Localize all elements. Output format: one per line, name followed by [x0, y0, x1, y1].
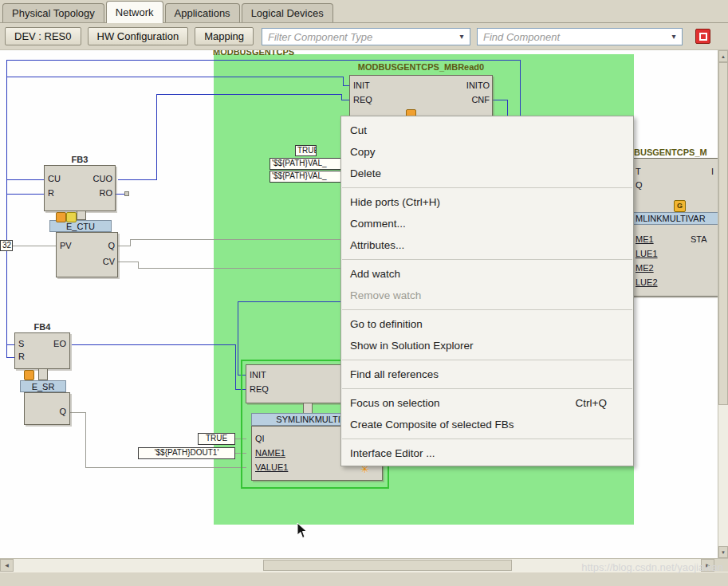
menu-item-label: Focus on selection [350, 397, 440, 409]
network-editor-canvas[interactable]: MODBUSGENTCPS MODBUSGENTCPS_MBRead0 INIT… [0, 50, 718, 558]
port-q: Q [80, 241, 115, 251]
port-r: R [48, 188, 54, 199]
port-name1: NAME1 [255, 448, 285, 458]
menu-item-focus-on-selection[interactable]: Focus on selection Ctrl+Q [341, 392, 633, 414]
port-init-clipped: T [636, 167, 641, 177]
attribute-icon [56, 212, 66, 222]
port-ro: RO [80, 188, 112, 199]
port-init: INIT [353, 81, 370, 91]
chevron-down-icon[interactable]: ▾ [668, 31, 679, 42]
value-label-path-val-2[interactable]: '$${PATH}VAL_ [270, 171, 350, 183]
hw-configuration-button[interactable]: HW Configuration [88, 27, 189, 45]
mouse-cursor [297, 522, 309, 539]
menu-item-copy[interactable]: Copy [341, 141, 633, 163]
menu-item-remove-watch: Remove watch [341, 285, 633, 306]
filter-component-input[interactable] [266, 29, 461, 45]
menu-separator [342, 309, 632, 310]
port-cnf: CNF [447, 95, 490, 105]
value-label-true-small[interactable]: TRUE [295, 145, 317, 156]
tab-physical-topology[interactable]: Physical Topology [2, 3, 104, 22]
menu-item-hide-ports[interactable]: Hide ports (Ctrl+H) [341, 191, 633, 213]
port-value2-clipped: LUE2 [636, 277, 658, 288]
menu-item-delete[interactable]: Delete [341, 163, 633, 184]
context-menu: Cut Copy Delete Hide ports (Ctrl+H) Comm… [340, 116, 634, 466]
fb3-name: FB3 [44, 155, 116, 164]
menu-item-create-composite[interactable]: Create Composite of selected FBs [341, 414, 633, 435]
menu-item-find-all-references[interactable]: Find all references [341, 364, 633, 385]
scroll-up-button[interactable]: ▲ [718, 50, 728, 62]
stop-icon [699, 33, 707, 41]
port-init: INIT [250, 370, 266, 380]
watermark-text: https://blog.csdn.net/yaojiawan [581, 561, 723, 573]
value-label-path-val-1[interactable]: '$${PATH}VAL_ [270, 158, 350, 170]
menu-item-show-in-solution-explorer[interactable]: Show in Solution Explorer [341, 335, 633, 356]
tab-bar: Physical Topology Network Applications L… [0, 0, 728, 23]
menu-item-add-watch[interactable]: Add watch [341, 263, 633, 285]
port-cv: CV [80, 257, 115, 267]
online-mode-button[interactable] [695, 29, 710, 44]
menu-item-interface-editor[interactable]: Interface Editor ... [341, 442, 633, 464]
status-bar [0, 572, 728, 586]
rightblock-title: BUSGENTCPS_M [634, 147, 718, 157]
menu-separator [342, 259, 632, 260]
chevron-down-icon[interactable]: ▾ [456, 31, 467, 42]
vertical-scrollbar: ▲ ▼ [718, 50, 728, 558]
port-r: R [18, 352, 25, 362]
key-icon [66, 212, 77, 222]
attribute-icon [24, 370, 34, 380]
mbread0-title: MODBUSGENTCPS_MBRead0 [349, 62, 493, 72]
port-name1-clipped: ME1 [636, 234, 654, 245]
find-component-combo: ▾ [477, 28, 683, 45]
port-req: REQ [250, 384, 269, 395]
fb4-name: FB4 [14, 322, 70, 332]
port-status-clipped: STA [691, 234, 707, 245]
tab-applications[interactable]: Applications [165, 3, 240, 22]
composite-g-icon: G [674, 200, 686, 212]
port-cuo: CUO [80, 174, 112, 184]
value-label-true[interactable]: TRUE [198, 433, 235, 445]
value-label-32[interactable]: 32 [0, 240, 13, 251]
port-s: S [18, 339, 24, 349]
rightblock-block[interactable] [620, 158, 718, 297]
menu-item-cut[interactable]: Cut [341, 120, 633, 141]
menu-separator [342, 439, 632, 439]
fb4-type-band: E_SR [20, 380, 66, 392]
port-value1-clipped: LUE1 [636, 249, 658, 259]
scroll-left-button[interactable]: ◀ [0, 559, 14, 572]
port-value1: VALUE1 [255, 462, 288, 473]
port-req: REQ [353, 95, 372, 105]
port-pv: PV [60, 241, 72, 251]
find-component-input[interactable] [482, 29, 673, 45]
fb4-event-block[interactable] [14, 332, 70, 369]
menu-item-comment[interactable]: Comment... [341, 213, 633, 234]
scroll-down-button[interactable]: ▼ [718, 546, 728, 558]
menu-separator [342, 360, 632, 360]
filter-component-combo: ▾ [262, 28, 470, 45]
value-label-path-dout1[interactable]: '$${PATH}DOUT1' [138, 447, 235, 459]
toolbar: DEV : RES0 HW Configuration Mapping ▾ ▾ [0, 23, 728, 50]
clipped-fb-title: MODBUSGENTCPS [213, 50, 309, 57]
tab-logical-devices[interactable]: Logical Devices [242, 3, 333, 22]
menu-item-go-to-definition[interactable]: Go to definition [341, 313, 633, 335]
fb4-neck [38, 368, 48, 380]
port-inito: INITO [447, 81, 490, 91]
menu-separator [342, 388, 632, 389]
menu-item-attributes[interactable]: Attributes... [341, 234, 633, 256]
dev-res0-button[interactable]: DEV : RES0 [5, 27, 81, 45]
rightblock-type-band: MLINKMULTIVAR [620, 212, 718, 225]
port-q: Q [36, 407, 66, 417]
mapping-button[interactable]: Mapping [195, 27, 254, 45]
horizontal-scroll-thumb[interactable] [263, 560, 512, 571]
port-cu: CU [48, 174, 61, 184]
port-req-clipped: Q [636, 180, 643, 191]
menu-separator [342, 187, 632, 188]
port-qi: QI [255, 434, 265, 444]
fb3-data-block[interactable] [56, 232, 118, 277]
menu-shortcut: Ctrl+Q [576, 392, 607, 414]
tab-network[interactable]: Network [106, 1, 163, 23]
port-inito-clipped: I [711, 167, 714, 177]
fb3-neck [77, 210, 86, 220]
vertical-scroll-thumb[interactable] [718, 62, 728, 405]
application-window: Physical Topology Network Applications L… [0, 0, 728, 586]
port-eo: EO [36, 339, 66, 349]
